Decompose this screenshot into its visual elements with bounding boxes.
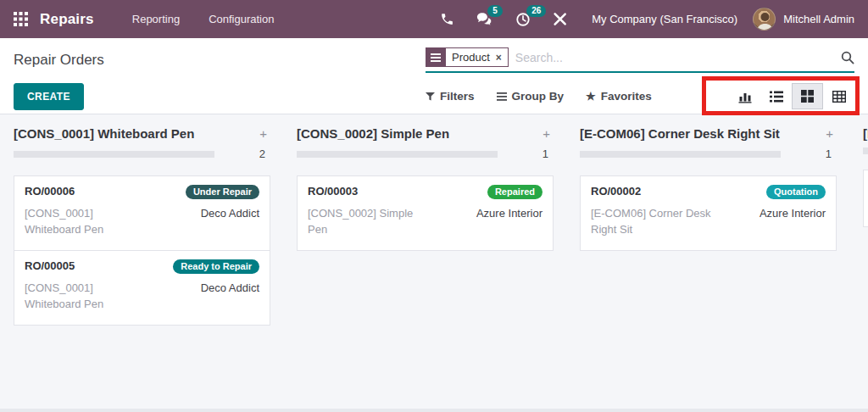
avatar-photo-icon bbox=[754, 8, 776, 31]
filters-label: Filters bbox=[440, 90, 475, 103]
status-badge: Quotation bbox=[766, 185, 826, 199]
kanban-column-header: [CONS_0001] Whiteboard Pen+ bbox=[14, 125, 270, 142]
page-title: Repair Orders bbox=[14, 52, 426, 69]
kanban-column-header: [E-COM06] Corner Desk Right Sit+ bbox=[580, 125, 837, 142]
star-icon: ★ bbox=[586, 90, 596, 103]
favorites-label: Favorites bbox=[601, 90, 652, 103]
kanban-column-title[interactable]: [CONS_0001] Whiteboard Pen bbox=[14, 125, 256, 142]
app-name[interactable]: Repairs bbox=[40, 11, 94, 28]
group-by-facet-icon bbox=[426, 47, 446, 67]
debug-tools-button[interactable] bbox=[542, 0, 578, 38]
search-options: Filters Group By ★ Favorites bbox=[426, 90, 652, 103]
activities-button[interactable]: 26 bbox=[504, 0, 542, 38]
kanban-column-header: [F+ bbox=[863, 125, 868, 142]
kanban-card[interactable]: R[ bbox=[863, 170, 868, 227]
control-panel: Repair Orders Product × CREATE bbox=[0, 38, 868, 114]
column-progress-bar[interactable] bbox=[297, 151, 498, 158]
kanban-view-icon bbox=[801, 90, 814, 103]
messages-count-badge: 5 bbox=[487, 5, 503, 17]
company-switcher[interactable]: My Company (San Francisco) bbox=[592, 13, 737, 25]
card-product: [E-COM06] Corner Desk Right Sit bbox=[591, 205, 718, 237]
card-customer: Deco Addict bbox=[152, 205, 259, 237]
kanban-card[interactable]: RO/00002Quotation[E-COM06] Corner Desk R… bbox=[580, 175, 837, 251]
repair-order-name: RO/00002 bbox=[591, 185, 766, 198]
list-view-button[interactable] bbox=[760, 83, 792, 109]
apps-grid-icon bbox=[14, 12, 28, 26]
kanban-column-title[interactable]: [CONS_0002] Simple Pen bbox=[297, 125, 539, 142]
menu-configuration[interactable]: Configuration bbox=[194, 0, 288, 38]
card-product: [CONS_0001] Whiteboard Pen bbox=[25, 280, 152, 312]
group-by-label: Group By bbox=[512, 90, 565, 103]
kanban-column-title[interactable]: [F bbox=[863, 125, 868, 142]
column-progress-bar[interactable] bbox=[863, 148, 868, 154]
group-by-icon bbox=[497, 92, 507, 101]
create-button[interactable]: CREATE bbox=[14, 83, 84, 110]
group-by-button[interactable]: Group By bbox=[497, 90, 565, 103]
search-facet-product[interactable]: Product × bbox=[426, 47, 509, 67]
add-record-plus-icon[interactable]: + bbox=[539, 125, 554, 142]
column-progress-bar[interactable] bbox=[580, 151, 781, 158]
top-navbar: Repairs Reporting Configuration 5 bbox=[0, 0, 868, 38]
kanban-column: [F+R[ bbox=[863, 125, 868, 326]
wrench-icon bbox=[553, 12, 567, 26]
search-input[interactable] bbox=[515, 51, 841, 64]
pivot-view-button[interactable] bbox=[823, 83, 854, 109]
add-record-plus-icon[interactable]: + bbox=[822, 125, 837, 142]
pivot-view-icon bbox=[832, 91, 846, 103]
search-icon[interactable] bbox=[841, 51, 854, 64]
systray: 5 26 My Company (San Francisco) bbox=[429, 0, 854, 38]
menu-reporting[interactable]: Reporting bbox=[118, 0, 194, 38]
voip-phone-button[interactable] bbox=[429, 0, 465, 38]
user-menu[interactable]: Mitchell Admin bbox=[753, 8, 854, 31]
repair-order-name: RO/00006 bbox=[25, 185, 186, 198]
search-bar[interactable]: Product × bbox=[426, 47, 854, 73]
kanban-card[interactable]: RO/00005Ready to Repair[CONS_0001] White… bbox=[14, 250, 270, 326]
funnel-icon bbox=[426, 92, 435, 101]
column-record-count: 1 bbox=[509, 148, 554, 160]
card-customer: Deco Addict bbox=[152, 280, 259, 312]
card-customer: Azure Interior bbox=[718, 205, 826, 237]
column-record-count: 1 bbox=[793, 148, 837, 160]
facet-label: Product bbox=[452, 51, 490, 64]
card-product: [CONS_0001] Whiteboard Pen bbox=[25, 205, 152, 237]
favorites-button[interactable]: ★ Favorites bbox=[586, 90, 652, 103]
kanban-column-title[interactable]: [E-COM06] Corner Desk Right Sit bbox=[580, 125, 822, 142]
kanban-view-button[interactable] bbox=[792, 83, 823, 109]
view-switcher bbox=[729, 83, 854, 109]
filters-button[interactable]: Filters bbox=[426, 90, 475, 103]
add-record-plus-icon[interactable]: + bbox=[256, 125, 270, 142]
status-badge: Ready to Repair bbox=[173, 259, 259, 274]
phone-icon bbox=[440, 12, 454, 26]
graph-view-icon bbox=[738, 90, 752, 103]
list-view-icon bbox=[770, 91, 783, 103]
card-customer: Azure Interior bbox=[435, 205, 542, 237]
graph-view-button[interactable] bbox=[729, 83, 760, 109]
repairs-app-window: Repairs Reporting Configuration 5 bbox=[0, 0, 868, 412]
column-progress-bar[interactable] bbox=[14, 151, 214, 158]
user-avatar bbox=[753, 8, 776, 31]
repair-order-name: RO/00005 bbox=[25, 259, 173, 272]
column-record-count: 2 bbox=[226, 148, 270, 160]
messages-button[interactable]: 5 bbox=[465, 0, 504, 38]
kanban-column: [CONS_0002] Simple Pen+1RO/00003Repaired… bbox=[297, 125, 554, 326]
user-name: Mitchell Admin bbox=[783, 13, 854, 25]
status-badge: Repaired bbox=[487, 185, 542, 199]
kanban-card[interactable]: RO/00006Under Repair[CONS_0001] Whiteboa… bbox=[14, 175, 270, 251]
kanban-card[interactable]: RO/00003Repaired[CONS_0002] Simple PenAz… bbox=[297, 175, 554, 251]
kanban-column-header: [CONS_0002] Simple Pen+ bbox=[297, 125, 554, 142]
status-badge: Under Repair bbox=[186, 185, 259, 199]
kanban-column: [CONS_0001] Whiteboard Pen+2RO/00006Unde… bbox=[14, 125, 270, 326]
kanban-column: [E-COM06] Corner Desk Right Sit+1RO/0000… bbox=[580, 125, 837, 326]
card-product: [CONS_0002] Simple Pen bbox=[308, 205, 435, 237]
apps-menu-button[interactable] bbox=[14, 12, 28, 26]
kanban-board: [CONS_0001] Whiteboard Pen+2RO/00006Unde… bbox=[0, 114, 868, 326]
repair-order-name: RO/00003 bbox=[308, 185, 487, 198]
facet-remove-icon[interactable]: × bbox=[496, 52, 502, 64]
